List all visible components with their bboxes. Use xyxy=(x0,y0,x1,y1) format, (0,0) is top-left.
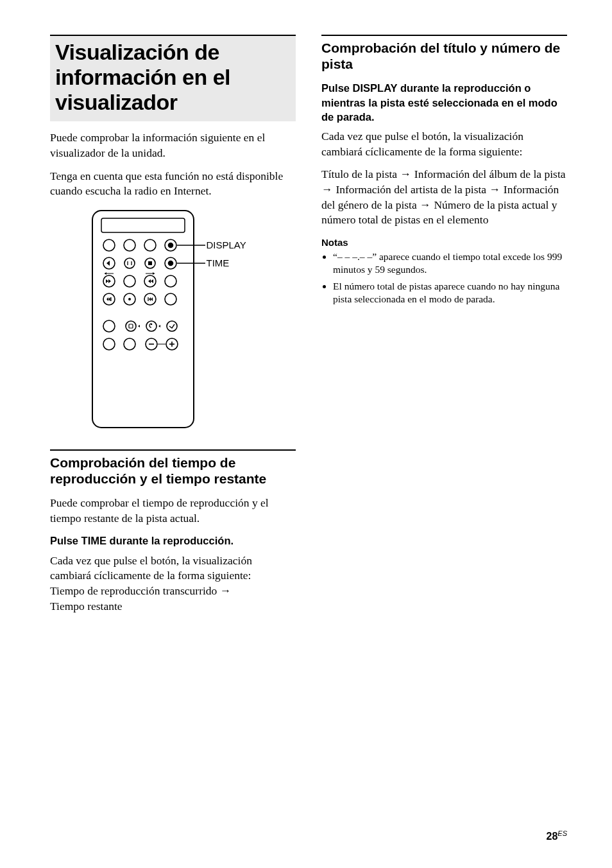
svg-point-36 xyxy=(103,338,115,350)
svg-rect-0 xyxy=(92,211,194,428)
remote-svg: DISPLAY TIME xyxy=(90,207,257,431)
diagram-label-time: TIME xyxy=(207,257,230,268)
svg-point-34 xyxy=(150,323,152,325)
notes-list: “– – –.– –” aparece cuando el tiempo tot… xyxy=(321,250,567,306)
svg-point-2 xyxy=(103,239,115,251)
intro-paragraph-1: Puede comprobar la información siguiente… xyxy=(50,130,296,161)
svg-point-31 xyxy=(126,321,136,331)
page-region: ES xyxy=(557,829,567,837)
section-heading-time: Comprobación del tiempo de reproducción … xyxy=(50,455,296,487)
svg-point-30 xyxy=(103,320,115,332)
time-cycle: Cada vez que pulse el botón, la visualiz… xyxy=(50,553,296,614)
diagram-label-display: DISPLAY xyxy=(207,239,246,250)
svg-point-20 xyxy=(165,275,176,287)
svg-rect-1 xyxy=(101,218,185,232)
time-paragraph-1: Puede comprobar el tiempo de reproducció… xyxy=(50,496,296,526)
svg-rect-13 xyxy=(148,261,152,265)
section-rule xyxy=(321,35,567,36)
svg-point-6 xyxy=(168,243,173,247)
svg-point-26 xyxy=(128,298,131,300)
left-column: Visualización de información en el visua… xyxy=(50,35,296,621)
notes-heading: Notas xyxy=(321,237,567,248)
note-item-1: “– – –.– –” aparece cuando el tiempo tot… xyxy=(333,250,567,276)
time-cycle-prefix: Cada vez que pulse el botón, la visualiz… xyxy=(50,554,252,582)
svg-point-3 xyxy=(124,239,135,251)
page-number: 28ES xyxy=(547,829,567,842)
svg-rect-32 xyxy=(129,324,133,328)
time-cycle-a: Tiempo de reproducción transcurrido xyxy=(50,584,217,597)
intro-paragraph-2: Tenga en cuenta que esta función no está… xyxy=(50,169,296,199)
arrow-icon: → xyxy=(489,183,503,196)
svg-point-37 xyxy=(124,338,135,350)
time-cycle-b: Tiempo restante xyxy=(50,600,123,612)
svg-point-4 xyxy=(144,239,156,251)
arrow-icon: → xyxy=(321,183,336,196)
cycle-b: Información del álbum de la pista xyxy=(414,168,566,180)
right-column: Comprobación del título y número de pist… xyxy=(321,35,567,621)
section-rule xyxy=(50,449,296,451)
display-instruction: Pulse DISPLAY durante la reproducción o … xyxy=(321,81,567,124)
display-cycle: Título de la pista → Información del álb… xyxy=(321,167,567,228)
svg-point-15 xyxy=(168,261,173,265)
svg-point-35 xyxy=(167,321,177,331)
page-number-value: 28 xyxy=(547,831,558,842)
cycle-a: Título de la pista xyxy=(321,168,397,180)
arrow-icon: → xyxy=(400,168,414,180)
display-paragraph-1: Cada vez que pulse el botón, la visualiz… xyxy=(321,129,567,159)
svg-point-33 xyxy=(146,321,157,331)
page: Visualización de información en el visua… xyxy=(0,0,612,647)
arrow-icon: → xyxy=(420,198,434,211)
cycle-c: Información del artista de la pista xyxy=(336,183,486,196)
svg-point-29 xyxy=(165,293,176,305)
svg-point-18 xyxy=(124,275,135,287)
section-heading-title-track: Comprobación del título y número de pist… xyxy=(321,40,567,72)
note-item-2: El número total de pistas aparece cuando… xyxy=(333,280,567,306)
two-column-layout: Visualización de información en el visua… xyxy=(50,35,567,621)
svg-point-9 xyxy=(124,258,135,268)
time-instruction: Pulse TIME durante la reproducción. xyxy=(50,534,296,548)
remote-diagram: DISPLAY TIME xyxy=(50,207,296,431)
arrow-icon: → xyxy=(220,584,232,597)
main-title: Visualización de información en el visua… xyxy=(50,35,296,121)
